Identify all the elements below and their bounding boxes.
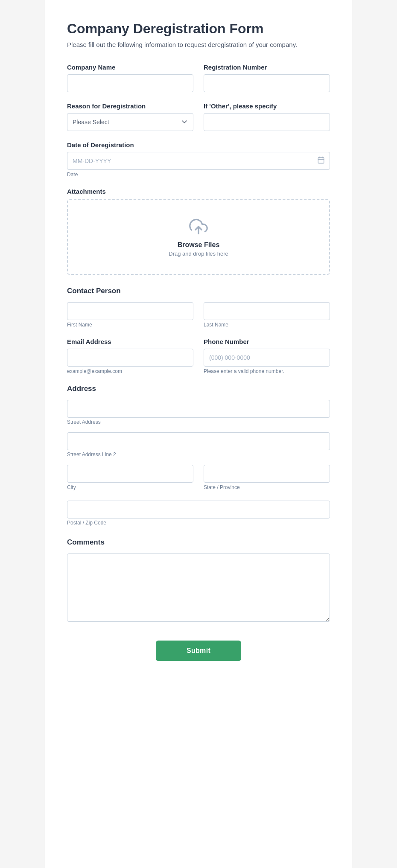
state-input[interactable] <box>204 465 330 483</box>
phone-input[interactable] <box>204 349 330 367</box>
street-address-hint: Street Address <box>67 419 101 425</box>
phone-hint: Please enter a valid phone number. <box>204 368 330 374</box>
date-input[interactable] <box>67 152 330 170</box>
company-name-label: Company Name <box>67 64 193 71</box>
first-name-input[interactable] <box>67 302 193 320</box>
date-hint: Date <box>67 172 330 178</box>
first-name-hint: First Name <box>67 322 193 328</box>
city-state-row: City State / Province <box>67 465 330 490</box>
company-name-input[interactable] <box>67 74 193 92</box>
registration-number-input[interactable] <box>204 74 330 92</box>
comments-label: Comments <box>67 538 330 547</box>
name-row: First Name Last Name <box>67 302 330 328</box>
city-hint: City <box>67 484 193 490</box>
address-section: Address Street Address Street Address Li… <box>67 384 330 526</box>
postal-hint: Postal / Zip Code <box>67 520 106 526</box>
date-group: Date of Deregistration Date <box>67 141 330 178</box>
email-phone-row: Email Address example@example.com Phone … <box>67 338 330 374</box>
phone-label: Phone Number <box>204 338 330 345</box>
email-label: Email Address <box>67 338 193 345</box>
registration-number-group: Registration Number <box>204 64 330 92</box>
comments-section: Comments <box>67 538 330 623</box>
company-name-group: Company Name <box>67 64 193 92</box>
attachments-label: Attachments <box>67 188 330 195</box>
contact-label: Contact Person <box>67 287 330 295</box>
reason-select[interactable]: Please Select Voluntary Dissolution Merg… <box>67 113 193 131</box>
street-address-2-group: Street Address Line 2 <box>67 432 330 458</box>
first-name-group: First Name <box>67 302 193 328</box>
email-input[interactable] <box>67 349 193 367</box>
date-row: Date of Deregistration Date <box>67 141 330 178</box>
state-group: State / Province <box>204 465 330 490</box>
page-subtitle: Please fill out the following informatio… <box>67 41 330 48</box>
email-group: Email Address example@example.com <box>67 338 193 374</box>
drag-drop-text: Drag and drop files here <box>169 250 228 257</box>
reason-group: Reason for Deregistration Please Select … <box>67 102 193 131</box>
other-specify-input[interactable] <box>204 113 330 131</box>
street-address-2-hint: Street Address Line 2 <box>67 451 116 457</box>
upload-icon <box>189 217 208 236</box>
phone-group: Phone Number Please enter a valid phone … <box>204 338 330 374</box>
contact-section: Contact Person First Name Last Name Emai… <box>67 287 330 374</box>
other-specify-group: If 'Other', please specify <box>204 102 330 131</box>
attachments-section: Attachments Browse Files Drag and drop f… <box>67 188 330 275</box>
file-drop-zone[interactable]: Browse Files Drag and drop files here <box>67 199 330 275</box>
date-label: Date of Deregistration <box>67 141 330 149</box>
postal-group: Postal / Zip Code <box>67 501 330 526</box>
last-name-input[interactable] <box>204 302 330 320</box>
date-wrapper <box>67 152 330 170</box>
city-group: City <box>67 465 193 490</box>
registration-number-label: Registration Number <box>204 64 330 71</box>
submit-button[interactable]: Submit <box>156 641 241 661</box>
reason-other-row: Reason for Deregistration Please Select … <box>67 102 330 131</box>
last-name-group: Last Name <box>204 302 330 328</box>
email-hint: example@example.com <box>67 368 193 374</box>
city-input[interactable] <box>67 465 193 483</box>
browse-files-text: Browse Files <box>178 241 220 249</box>
page-title: Company Deregistration Form <box>67 20 330 37</box>
last-name-hint: Last Name <box>204 322 330 328</box>
company-registration-row: Company Name Registration Number <box>67 64 330 92</box>
other-specify-label: If 'Other', please specify <box>204 102 330 110</box>
street-address-2-input[interactable] <box>67 432 330 450</box>
address-label: Address <box>67 384 330 393</box>
street-address-input[interactable] <box>67 400 330 418</box>
state-hint: State / Province <box>204 484 330 490</box>
comments-textarea[interactable] <box>67 553 330 622</box>
street-address-group: Street Address <box>67 400 330 425</box>
form-container: Company Deregistration Form Please fill … <box>45 0 352 868</box>
postal-input[interactable] <box>67 501 330 518</box>
reason-label: Reason for Deregistration <box>67 102 193 110</box>
